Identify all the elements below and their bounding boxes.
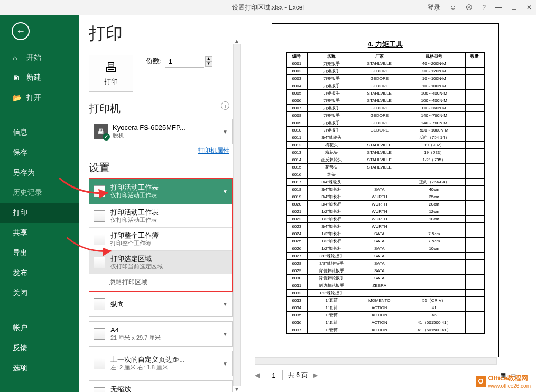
chevron-down-icon: ▼ <box>223 361 228 367</box>
sidebar-item-options[interactable]: 选项 <box>0 358 79 378</box>
col-header: 规格型号 <box>403 53 465 60</box>
scale-icon <box>94 387 105 392</box>
paper-size-selector[interactable]: A421 厘米 x 29.7 厘米 ▼ <box>89 321 233 347</box>
sidebar-label: 选项 <box>13 363 27 373</box>
sidebar-item-new[interactable]: 🗎新建 <box>0 68 79 88</box>
face-smile-icon[interactable]: ☺ <box>450 4 456 11</box>
table-row: 60251/2"加长杆SATA7.5cm <box>287 238 485 245</box>
login-link[interactable]: 登录 <box>428 3 440 12</box>
sidebar-item-share[interactable]: 共享 <box>0 223 79 243</box>
table-row: 60331"套筒MOMENTO55（CR-V） <box>287 297 485 304</box>
table-row: 60113/4"棘轮头反向（754-14） <box>287 134 485 142</box>
next-page-button[interactable]: ▶ <box>313 371 318 379</box>
table-row: 6031侧边棘轮扳手ZEBRA <box>287 282 485 290</box>
table-row: 6015花形头STAHLVILLE <box>287 164 485 171</box>
dd-option-entire-workbook[interactable]: 打印整个工作簿打印整个工作簿 <box>89 227 232 250</box>
sidebar-item-publish[interactable]: 发布 <box>0 263 79 283</box>
chevron-down-icon: ▼ <box>223 390 228 393</box>
sidebar-item-home[interactable]: ⌂开始 <box>0 48 79 68</box>
sidebar-item-save[interactable]: 保存 <box>0 143 79 163</box>
preview-table: 编号名称厂家规格型号数量 6001力矩扳手STAHLVILLE40～200N·M… <box>286 52 485 334</box>
preview-page: 4. 力矩工具 编号名称厂家规格型号数量 6001力矩扳手STAHLVILLE4… <box>272 23 499 357</box>
printer-selector[interactable]: 🖶 Kyocera FS-6025MFP...脱机 ▼ <box>89 119 233 144</box>
scaling-selector[interactable]: 无缩放打印实际大小的工作表 ▼ <box>89 380 233 392</box>
table-row: 60351"套筒ACTION46 <box>287 312 485 319</box>
copies-up[interactable]: ▲ <box>205 56 212 61</box>
sidebar-item-info[interactable]: 信息 <box>0 123 79 143</box>
print-preview-pane: 4. 力矩工具 编号名称厂家规格型号数量 6001力矩扳手STAHLVILLE4… <box>241 15 536 392</box>
margins-icon <box>94 358 105 369</box>
backstage-sidebar: ← ⌂开始 🗎新建 📂打开 信息 保存 另存为 历史记录 打印 共享 导出 发布… <box>0 15 79 392</box>
sidebar-item-export[interactable]: 导出 <box>0 243 79 263</box>
sidebar-item-saveas[interactable]: 另存为 <box>0 163 79 183</box>
table-row: 60233/4"加长杆WURTH <box>287 223 485 230</box>
chevron-down-icon: ▼ <box>223 129 228 135</box>
info-icon[interactable]: i <box>221 101 229 110</box>
scroll-up-icon[interactable]: ▲ <box>234 38 239 44</box>
dd-option-selection[interactable]: 打印选定区域仅打印当前选定区域 <box>89 250 232 274</box>
copies-input[interactable] <box>165 55 204 68</box>
dd-option-active-sheets[interactable]: 打印活动工作表仅打印活动工作表 <box>89 204 232 227</box>
sidebar-item-print[interactable]: 打印 <box>0 203 79 223</box>
sidebar-label: 发布 <box>13 268 27 278</box>
sidebar-item-open[interactable]: 📂打开 <box>0 88 79 108</box>
close-button[interactable]: ✕ <box>526 4 532 11</box>
dd-title: 打印整个工作簿 <box>110 231 159 239</box>
print-what-dropdown: 打印活动工作表仅打印活动工作表 ▼ 打印活动工作表仅打印活动工作表 打印整个工作… <box>89 178 233 292</box>
table-row: 6016笔头 <box>287 171 485 179</box>
workbook-icon <box>94 234 105 245</box>
logo-icon: O <box>476 376 486 387</box>
dd-title: 打印活动工作表 <box>110 208 159 216</box>
table-row: 6004力矩扳手GEDORE10～100N·M <box>287 82 485 90</box>
print-what-selected[interactable]: 打印活动工作表仅打印活动工作表 ▼ <box>89 179 232 204</box>
dd-ignore-print-area[interactable]: 忽略打印区域 <box>89 274 232 291</box>
table-row: 6001力矩扳手STAHLVILLE40～200N·M <box>287 60 485 68</box>
sidebar-item-close[interactable]: 关闭 <box>0 283 79 303</box>
opt-title: 无缩放 <box>110 385 169 392</box>
margins-selector[interactable]: 上一次的自定义页边距...左: 2 厘米 右: 1.8 厘米 ▼ <box>89 351 233 376</box>
sidebar-label: 新建 <box>26 73 41 82</box>
table-row: 60193/4"加长杆WURTH25cm <box>287 193 485 201</box>
dd-title: 打印选定区域 <box>110 255 163 263</box>
sidebar-label: 开始 <box>26 53 41 62</box>
printer-icon: 🖶 <box>105 60 117 75</box>
page-number-input[interactable] <box>265 370 283 380</box>
opt-title: 上一次的自定义页边距... <box>110 356 185 363</box>
table-row: 6014正反棘轮头STAHLVILLE1/2"（735） <box>287 156 485 164</box>
face-sad-icon[interactable]: ☹ <box>466 4 473 11</box>
sidebar-label: 共享 <box>13 228 27 238</box>
print-settings-pane: 打印 🖶 打印 份数: ▲▼ 打印机i 🖶 Kyocera FS-6025MFP… <box>79 15 233 392</box>
sidebar-label: 关闭 <box>13 288 27 298</box>
prev-page-button[interactable]: ◀ <box>255 371 260 379</box>
dd-sub: 打印整个工作簿 <box>110 239 159 247</box>
printer-properties-link[interactable]: 打印机属性 <box>89 146 229 155</box>
titlebar: 设置打印区域.xlsx - Excel 登录 ☺ ☹ ? — ☐ ✕ <box>0 0 536 15</box>
sidebar-item-history[interactable]: 历史记录 <box>0 183 79 203</box>
table-row: 60221/2"加长杆WURTH18cm <box>287 216 485 223</box>
home-icon: ⌂ <box>13 53 21 62</box>
copies-down[interactable]: ▼ <box>205 61 212 67</box>
printer-heading: 打印机i <box>89 101 233 116</box>
table-row: 6009力矩扳手GEDORE140～760N·M <box>287 119 485 127</box>
scroll-track[interactable] <box>233 44 241 386</box>
opt-sub: 左: 2 厘米 右: 1.8 厘米 <box>110 363 185 371</box>
maximize-button[interactable]: ☐ <box>511 4 517 11</box>
sidebar-item-account[interactable]: 帐户 <box>0 318 79 338</box>
back-button[interactable]: ← <box>12 22 30 40</box>
preview-hscrollbar[interactable] <box>255 357 497 365</box>
table-row: 60321/2"棘轮扳手 <box>287 290 485 297</box>
help-icon[interactable]: ? <box>482 4 486 11</box>
print-button[interactable]: 🖶 打印 <box>89 55 133 92</box>
minimize-button[interactable]: — <box>495 4 502 11</box>
orientation-selector[interactable]: 纵向 ▼ <box>89 292 233 317</box>
portrait-icon <box>94 298 105 310</box>
sidebar-label: 帐户 <box>13 323 27 333</box>
table-row: 6010力矩扳手GEDORE520～1000N·M <box>287 127 485 134</box>
page-icon <box>94 328 105 340</box>
scroll-down-icon[interactable]: ▼ <box>234 386 239 392</box>
sidebar-item-feedback[interactable]: 反馈 <box>0 338 79 358</box>
col-header: 名称 <box>307 53 356 60</box>
table-row: 60273/8"棘轮扳手SATA <box>287 253 485 260</box>
settings-scrollbar[interactable]: ▲ ▼ <box>233 15 241 392</box>
dd-sub: 仅打印活动工作表 <box>110 191 159 199</box>
